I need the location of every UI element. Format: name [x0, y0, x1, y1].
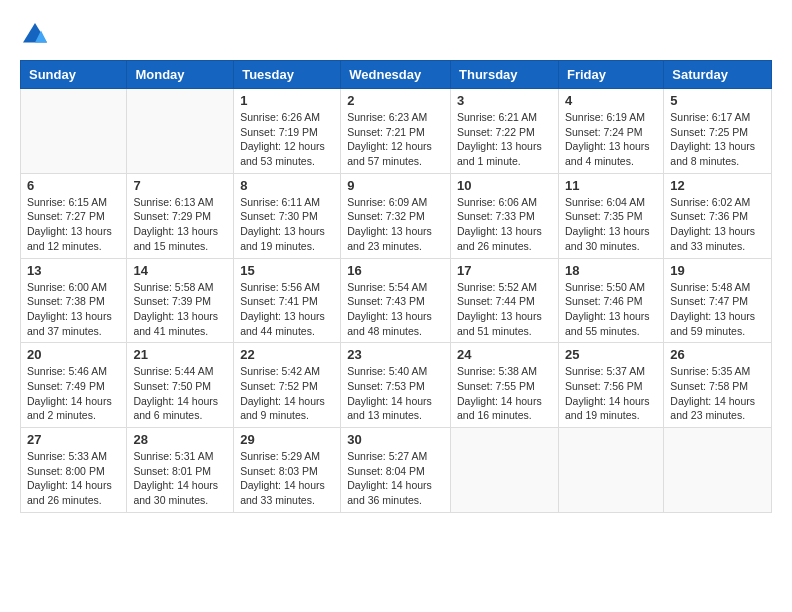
- weekday-header-saturday: Saturday: [664, 61, 772, 89]
- week-row-4: 20Sunrise: 5:46 AMSunset: 7:49 PMDayligh…: [21, 343, 772, 428]
- weekday-header-tuesday: Tuesday: [234, 61, 341, 89]
- day-number: 15: [240, 263, 334, 278]
- day-cell: [451, 428, 559, 513]
- day-number: 9: [347, 178, 444, 193]
- weekday-header-row: SundayMondayTuesdayWednesdayThursdayFrid…: [21, 61, 772, 89]
- day-number: 17: [457, 263, 552, 278]
- day-cell: 7Sunrise: 6:13 AMSunset: 7:29 PMDaylight…: [127, 173, 234, 258]
- day-cell: 18Sunrise: 5:50 AMSunset: 7:46 PMDayligh…: [558, 258, 663, 343]
- day-info: Sunrise: 5:46 AMSunset: 7:49 PMDaylight:…: [27, 364, 120, 423]
- day-info: Sunrise: 6:13 AMSunset: 7:29 PMDaylight:…: [133, 195, 227, 254]
- day-cell: [21, 89, 127, 174]
- day-number: 26: [670, 347, 765, 362]
- day-info: Sunrise: 6:02 AMSunset: 7:36 PMDaylight:…: [670, 195, 765, 254]
- weekday-header-thursday: Thursday: [451, 61, 559, 89]
- day-cell: 9Sunrise: 6:09 AMSunset: 7:32 PMDaylight…: [341, 173, 451, 258]
- day-number: 11: [565, 178, 657, 193]
- day-cell: 5Sunrise: 6:17 AMSunset: 7:25 PMDaylight…: [664, 89, 772, 174]
- day-number: 6: [27, 178, 120, 193]
- logo-icon: [20, 20, 50, 50]
- day-number: 23: [347, 347, 444, 362]
- day-cell: 28Sunrise: 5:31 AMSunset: 8:01 PMDayligh…: [127, 428, 234, 513]
- day-info: Sunrise: 5:52 AMSunset: 7:44 PMDaylight:…: [457, 280, 552, 339]
- day-info: Sunrise: 5:37 AMSunset: 7:56 PMDaylight:…: [565, 364, 657, 423]
- day-number: 16: [347, 263, 444, 278]
- day-number: 24: [457, 347, 552, 362]
- day-number: 1: [240, 93, 334, 108]
- week-row-5: 27Sunrise: 5:33 AMSunset: 8:00 PMDayligh…: [21, 428, 772, 513]
- day-number: 22: [240, 347, 334, 362]
- day-cell: 29Sunrise: 5:29 AMSunset: 8:03 PMDayligh…: [234, 428, 341, 513]
- day-info: Sunrise: 6:09 AMSunset: 7:32 PMDaylight:…: [347, 195, 444, 254]
- day-cell: 1Sunrise: 6:26 AMSunset: 7:19 PMDaylight…: [234, 89, 341, 174]
- day-info: Sunrise: 6:19 AMSunset: 7:24 PMDaylight:…: [565, 110, 657, 169]
- week-row-2: 6Sunrise: 6:15 AMSunset: 7:27 PMDaylight…: [21, 173, 772, 258]
- day-cell: 17Sunrise: 5:52 AMSunset: 7:44 PMDayligh…: [451, 258, 559, 343]
- day-number: 10: [457, 178, 552, 193]
- day-cell: 21Sunrise: 5:44 AMSunset: 7:50 PMDayligh…: [127, 343, 234, 428]
- day-info: Sunrise: 5:35 AMSunset: 7:58 PMDaylight:…: [670, 364, 765, 423]
- day-cell: 15Sunrise: 5:56 AMSunset: 7:41 PMDayligh…: [234, 258, 341, 343]
- day-info: Sunrise: 6:23 AMSunset: 7:21 PMDaylight:…: [347, 110, 444, 169]
- day-number: 29: [240, 432, 334, 447]
- weekday-header-sunday: Sunday: [21, 61, 127, 89]
- day-info: Sunrise: 5:44 AMSunset: 7:50 PMDaylight:…: [133, 364, 227, 423]
- page-header: [20, 20, 772, 50]
- day-cell: 22Sunrise: 5:42 AMSunset: 7:52 PMDayligh…: [234, 343, 341, 428]
- day-number: 18: [565, 263, 657, 278]
- weekday-header-wednesday: Wednesday: [341, 61, 451, 89]
- day-number: 2: [347, 93, 444, 108]
- day-cell: 14Sunrise: 5:58 AMSunset: 7:39 PMDayligh…: [127, 258, 234, 343]
- day-cell: 16Sunrise: 5:54 AMSunset: 7:43 PMDayligh…: [341, 258, 451, 343]
- day-number: 14: [133, 263, 227, 278]
- day-info: Sunrise: 6:21 AMSunset: 7:22 PMDaylight:…: [457, 110, 552, 169]
- day-info: Sunrise: 6:00 AMSunset: 7:38 PMDaylight:…: [27, 280, 120, 339]
- day-info: Sunrise: 6:11 AMSunset: 7:30 PMDaylight:…: [240, 195, 334, 254]
- day-number: 28: [133, 432, 227, 447]
- day-cell: 2Sunrise: 6:23 AMSunset: 7:21 PMDaylight…: [341, 89, 451, 174]
- day-info: Sunrise: 5:40 AMSunset: 7:53 PMDaylight:…: [347, 364, 444, 423]
- day-cell: 13Sunrise: 6:00 AMSunset: 7:38 PMDayligh…: [21, 258, 127, 343]
- logo: [20, 20, 54, 50]
- day-cell: 24Sunrise: 5:38 AMSunset: 7:55 PMDayligh…: [451, 343, 559, 428]
- day-number: 8: [240, 178, 334, 193]
- day-info: Sunrise: 6:04 AMSunset: 7:35 PMDaylight:…: [565, 195, 657, 254]
- week-row-3: 13Sunrise: 6:00 AMSunset: 7:38 PMDayligh…: [21, 258, 772, 343]
- day-info: Sunrise: 5:56 AMSunset: 7:41 PMDaylight:…: [240, 280, 334, 339]
- day-cell: [558, 428, 663, 513]
- day-number: 13: [27, 263, 120, 278]
- day-info: Sunrise: 6:26 AMSunset: 7:19 PMDaylight:…: [240, 110, 334, 169]
- day-info: Sunrise: 6:15 AMSunset: 7:27 PMDaylight:…: [27, 195, 120, 254]
- calendar: SundayMondayTuesdayWednesdayThursdayFrid…: [20, 60, 772, 513]
- day-number: 3: [457, 93, 552, 108]
- day-cell: 20Sunrise: 5:46 AMSunset: 7:49 PMDayligh…: [21, 343, 127, 428]
- day-info: Sunrise: 5:33 AMSunset: 8:00 PMDaylight:…: [27, 449, 120, 508]
- day-info: Sunrise: 5:54 AMSunset: 7:43 PMDaylight:…: [347, 280, 444, 339]
- day-info: Sunrise: 6:06 AMSunset: 7:33 PMDaylight:…: [457, 195, 552, 254]
- day-cell: 30Sunrise: 5:27 AMSunset: 8:04 PMDayligh…: [341, 428, 451, 513]
- day-cell: 12Sunrise: 6:02 AMSunset: 7:36 PMDayligh…: [664, 173, 772, 258]
- day-number: 30: [347, 432, 444, 447]
- day-cell: 27Sunrise: 5:33 AMSunset: 8:00 PMDayligh…: [21, 428, 127, 513]
- day-number: 5: [670, 93, 765, 108]
- day-cell: 19Sunrise: 5:48 AMSunset: 7:47 PMDayligh…: [664, 258, 772, 343]
- day-number: 12: [670, 178, 765, 193]
- day-cell: [127, 89, 234, 174]
- day-info: Sunrise: 5:58 AMSunset: 7:39 PMDaylight:…: [133, 280, 227, 339]
- day-cell: 25Sunrise: 5:37 AMSunset: 7:56 PMDayligh…: [558, 343, 663, 428]
- day-number: 19: [670, 263, 765, 278]
- day-cell: 26Sunrise: 5:35 AMSunset: 7:58 PMDayligh…: [664, 343, 772, 428]
- day-number: 25: [565, 347, 657, 362]
- day-info: Sunrise: 5:42 AMSunset: 7:52 PMDaylight:…: [240, 364, 334, 423]
- weekday-header-monday: Monday: [127, 61, 234, 89]
- day-number: 20: [27, 347, 120, 362]
- day-cell: 11Sunrise: 6:04 AMSunset: 7:35 PMDayligh…: [558, 173, 663, 258]
- day-info: Sunrise: 6:17 AMSunset: 7:25 PMDaylight:…: [670, 110, 765, 169]
- day-info: Sunrise: 5:29 AMSunset: 8:03 PMDaylight:…: [240, 449, 334, 508]
- day-cell: 4Sunrise: 6:19 AMSunset: 7:24 PMDaylight…: [558, 89, 663, 174]
- day-cell: 6Sunrise: 6:15 AMSunset: 7:27 PMDaylight…: [21, 173, 127, 258]
- weekday-header-friday: Friday: [558, 61, 663, 89]
- day-info: Sunrise: 5:50 AMSunset: 7:46 PMDaylight:…: [565, 280, 657, 339]
- day-number: 7: [133, 178, 227, 193]
- day-info: Sunrise: 5:27 AMSunset: 8:04 PMDaylight:…: [347, 449, 444, 508]
